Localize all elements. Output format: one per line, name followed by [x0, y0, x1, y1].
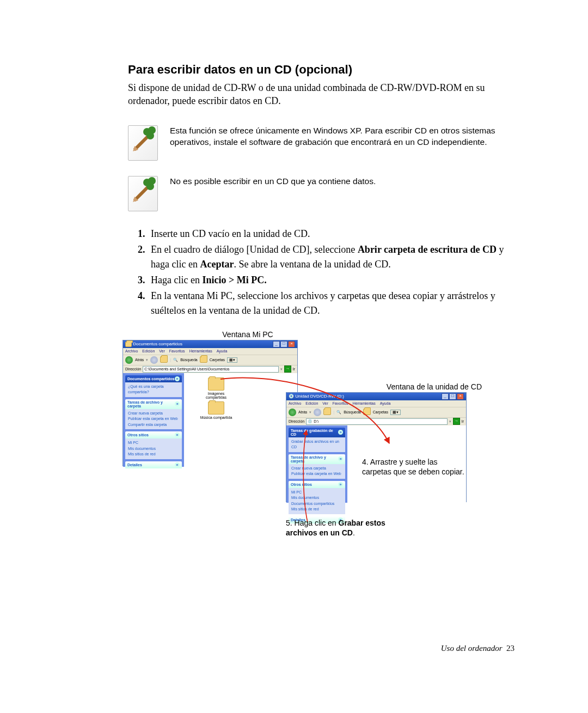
task-link[interactable]: Mi PC	[291, 490, 342, 496]
fig-label-left: Ventana Mi PC	[204, 330, 291, 339]
task-link[interactable]: Mis sitios de red	[291, 507, 342, 513]
fig-label-right: Ventana de la unidad de CD	[362, 382, 482, 391]
task-link[interactable]: ¿Qué es una carpeta compartida?	[128, 384, 179, 395]
minimize-button[interactable]: _	[442, 393, 449, 400]
toolbar[interactable]: Atrás▾ | 🔍Búsqueda Carpetas ▦▾	[286, 407, 466, 417]
panel-head[interactable]: Detalles«	[125, 461, 182, 468]
close-button[interactable]: ×	[288, 341, 295, 348]
forward-icon[interactable]	[314, 409, 321, 416]
menubar[interactable]: ArchivoEdiciónVerFavoritosHerramientasAy…	[123, 348, 297, 355]
addressbar[interactable]: Dirección 💿 D:\ ▾ →Ir	[286, 417, 466, 425]
task-link[interactable]: Mis sitios de red	[128, 452, 179, 458]
window-controls[interactable]: _ □ ×	[442, 393, 464, 400]
task-link[interactable]: Mis documentos	[128, 446, 179, 452]
task-link[interactable]: Publicar esta carpeta en Web	[128, 416, 179, 422]
section-heading: Para escribir datos en un CD (opcional)	[128, 63, 514, 77]
back-icon[interactable]	[289, 409, 296, 416]
step-2: En el cuadro de diálogo [Unidad de CD], …	[148, 242, 514, 272]
up-icon[interactable]	[323, 409, 331, 416]
folder-content[interactable]: Imágenes compartidas Música compartida	[184, 373, 297, 467]
folders-icon[interactable]	[363, 409, 371, 416]
window-mipc: Documentos compartidos _ □ × ArchivoEdic…	[122, 340, 298, 466]
search-icon[interactable]: 🔍	[173, 358, 178, 362]
note-icon	[128, 125, 158, 161]
step-3: Haga clic en Inicio > Mi PC.	[148, 273, 514, 288]
folders-icon[interactable]	[200, 356, 207, 363]
menubar[interactable]: ArchivoEdiciónVerFavoritosHerramientasAy…	[286, 400, 466, 407]
forward-icon[interactable]	[150, 356, 158, 364]
callout-5: 5. Haga clic en Grabar estos archivos en…	[286, 518, 406, 538]
note-2-text: No es posible escribir en un CD que ya c…	[170, 176, 376, 187]
steps-list: Inserte un CD vacío en la unidad de CD. …	[128, 227, 514, 318]
window-controls[interactable]: _ □ ×	[273, 341, 295, 348]
go-button[interactable]: →	[284, 365, 291, 373]
address-input[interactable]: 💿 D:\	[306, 418, 448, 425]
note-2: No es posible escribir en un CD que ya c…	[128, 176, 514, 211]
task-link[interactable]: Publicar esta carpeta en Web	[291, 471, 342, 477]
note-icon	[128, 176, 158, 211]
intro-paragraph: Si dispone de unidad de CD-RW o de una u…	[128, 81, 514, 108]
window-cd: 💿 Unidad DVD/CD-RW (D:) _ □ × ArchivoEdi…	[286, 392, 467, 502]
panel-head[interactable]: Documentos compartidos»	[125, 375, 182, 382]
folder-item[interactable]: Imágenes compartidas	[197, 377, 235, 399]
step-4: En la ventana Mi PC, seleccione los arch…	[148, 289, 514, 318]
go-button[interactable]: →	[453, 418, 460, 425]
titlebar: Documentos compartidos _ □ ×	[123, 340, 297, 348]
task-link[interactable]: Compartir esta carpeta	[128, 422, 179, 428]
task-link[interactable]: Documentos compartidos	[291, 501, 342, 507]
task-link[interactable]: Crear nueva carpeta	[128, 411, 179, 417]
note-1-text: Esta función se ofrece únicamente en Win…	[170, 125, 514, 148]
back-icon[interactable]	[125, 356, 133, 364]
panel-head[interactable]: Otros sitios»	[125, 431, 182, 438]
search-icon[interactable]: 🔍	[336, 410, 341, 415]
minimize-button[interactable]: _	[273, 341, 280, 348]
up-icon[interactable]	[160, 356, 168, 363]
maximize-button[interactable]: □	[280, 341, 287, 348]
toolbar[interactable]: Atrás▾ | 🔍Búsqueda Carpetas ▦▾	[123, 355, 297, 365]
maximize-button[interactable]: □	[449, 393, 456, 400]
views-icon[interactable]: ▦▾	[390, 410, 401, 415]
titlebar: 💿 Unidad DVD/CD-RW (D:) _ □ ×	[286, 393, 466, 400]
figure-area: Ventana Mi PC Ventana de la unidad de CD…	[128, 340, 514, 541]
callout-4: 4. Arrastre y suelte las carpetas que se…	[362, 457, 465, 477]
addressbar[interactable]: Dirección C:\Documents and Settings\All …	[123, 365, 297, 373]
page-footer: Uso del ordenador 23	[441, 644, 514, 653]
note-1: Esta función se ofrece únicamente en Win…	[128, 125, 514, 161]
panel-head[interactable]: Tareas de archivo y carpeta»	[125, 399, 182, 409]
panel-head[interactable]: Tareas de archivo y carpeta»	[289, 454, 345, 464]
close-button[interactable]: ×	[457, 393, 464, 400]
task-pane: Documentos compartidos» ¿Qué es una carp…	[123, 373, 184, 467]
step-1: Inserte un CD vacío en la unidad de CD.	[148, 227, 514, 241]
task-link[interactable]: Crear nueva carpeta	[291, 466, 342, 472]
address-input[interactable]: C:\Documents and Settings\All Users\Docu…	[143, 366, 279, 373]
task-pane: Tareas de grabación de CD» Grabar estos …	[286, 425, 347, 503]
folder-item[interactable]: Música compartida	[197, 401, 235, 419]
panel-head[interactable]: Otros sitios»	[289, 481, 345, 488]
task-link-burn[interactable]: Grabar estos archivos en un CD	[291, 439, 342, 450]
task-link[interactable]: Mis documentos	[291, 495, 342, 501]
page: Para escribir datos en un CD (opcional) …	[0, 0, 588, 713]
panel-head[interactable]: Tareas de grabación de CD»	[289, 428, 345, 437]
views-icon[interactable]: ▦▾	[227, 357, 237, 363]
task-link[interactable]: Mi PC	[128, 440, 179, 446]
